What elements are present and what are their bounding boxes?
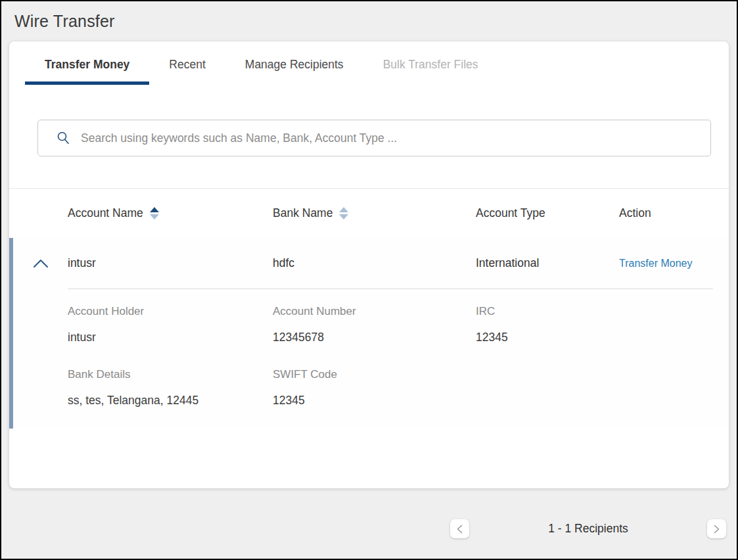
previous-page-button[interactable] [450, 519, 469, 538]
tab-manage-recipients-label: Manage Recipients [245, 58, 344, 71]
detail-row-2: Bank Details ss, tes, Telangana, 12445 S… [13, 352, 729, 429]
table-header-row: Account Name Bank Name Account Type Acti… [9, 189, 729, 238]
sort-asc-icon [150, 207, 159, 212]
tab-recent[interactable]: Recent [149, 43, 225, 85]
tab-transfer-money-label: Transfer Money [45, 58, 129, 71]
cell-account-type: International [476, 256, 619, 270]
column-header-bank-name-label: Bank Name [273, 206, 333, 220]
detail-value: 12345678 [273, 331, 476, 344]
detail-irc: IRC 12345 [476, 305, 619, 344]
detail-row-1: Account Holder intusr Account Number 123… [13, 289, 729, 352]
column-header-bank-name[interactable]: Bank Name [273, 206, 476, 220]
detail-label: IRC [476, 305, 619, 318]
transfer-money-link[interactable]: Transfer Money [619, 258, 692, 269]
detail-account-number: Account Number 12345678 [273, 305, 476, 344]
detail-value: 12345 [476, 331, 619, 344]
detail-account-holder: Account Holder intusr [68, 305, 273, 344]
sort-icon-account-name[interactable] [150, 207, 159, 220]
tab-bar: Transfer Money Recent Manage Recipients … [25, 43, 729, 85]
cell-bank-name: hdfc [273, 256, 476, 270]
detail-label: SWIFT Code [273, 368, 476, 381]
sort-asc-icon [339, 207, 348, 212]
pagination-bar: 1 - 1 Recipients [1, 519, 726, 538]
column-header-account-name-label: Account Name [68, 206, 143, 220]
detail-label: Account Holder [68, 305, 273, 318]
search-input[interactable] [81, 131, 700, 145]
page-header: Wire Transfer [1, 1, 737, 40]
detail-value: 12345 [273, 394, 476, 408]
detail-label: Bank Details [68, 368, 273, 381]
column-header-account-name[interactable]: Account Name [68, 206, 273, 220]
collapse-row-button[interactable] [13, 259, 68, 268]
detail-value: ss, tes, Telangana, 12445 [68, 394, 273, 408]
detail-swift-code: SWIFT Code 12345 [273, 368, 476, 408]
column-header-account-type-label: Account Type [476, 206, 545, 220]
sort-icon-bank-name[interactable] [339, 207, 348, 220]
column-header-account-type: Account Type [476, 206, 619, 220]
tab-transfer-money[interactable]: Transfer Money [25, 43, 149, 85]
tab-manage-recipients[interactable]: Manage Recipients [225, 43, 363, 85]
next-page-button[interactable] [707, 519, 726, 538]
search-box[interactable] [37, 120, 711, 156]
sort-desc-icon [339, 214, 348, 220]
detail-bank-details: Bank Details ss, tes, Telangana, 12445 [68, 368, 273, 408]
chevron-right-icon [714, 525, 720, 534]
table-row[interactable]: intusr hdfc International Transfer Money [13, 238, 729, 289]
detail-value: intusr [68, 331, 273, 344]
column-header-action: Action [619, 206, 729, 220]
detail-label: Account Number [273, 305, 476, 318]
chevron-left-icon [457, 525, 463, 534]
search-icon [56, 131, 70, 145]
column-header-action-label: Action [619, 206, 651, 220]
tab-recent-label: Recent [169, 58, 205, 71]
pagination-label: 1 - 1 Recipients [548, 522, 628, 536]
page-title: Wire Transfer [14, 12, 724, 31]
wire-transfer-card: Transfer Money Recent Manage Recipients … [9, 41, 729, 488]
chevron-up-icon [33, 259, 49, 268]
tab-bulk-transfer-files-label: Bulk Transfer Files [383, 58, 478, 71]
recipient-row-expanded: intusr hdfc International Transfer Money… [9, 238, 729, 429]
sort-desc-icon [150, 214, 159, 220]
cell-account-name: intusr [68, 256, 273, 270]
tab-bulk-transfer-files[interactable]: Bulk Transfer Files [363, 43, 498, 85]
